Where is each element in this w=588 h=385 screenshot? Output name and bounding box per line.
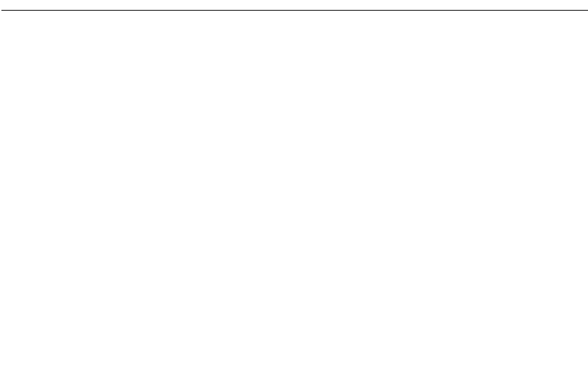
stock-chart-window <box>0 0 588 385</box>
price-volume-chart <box>0 0 588 385</box>
